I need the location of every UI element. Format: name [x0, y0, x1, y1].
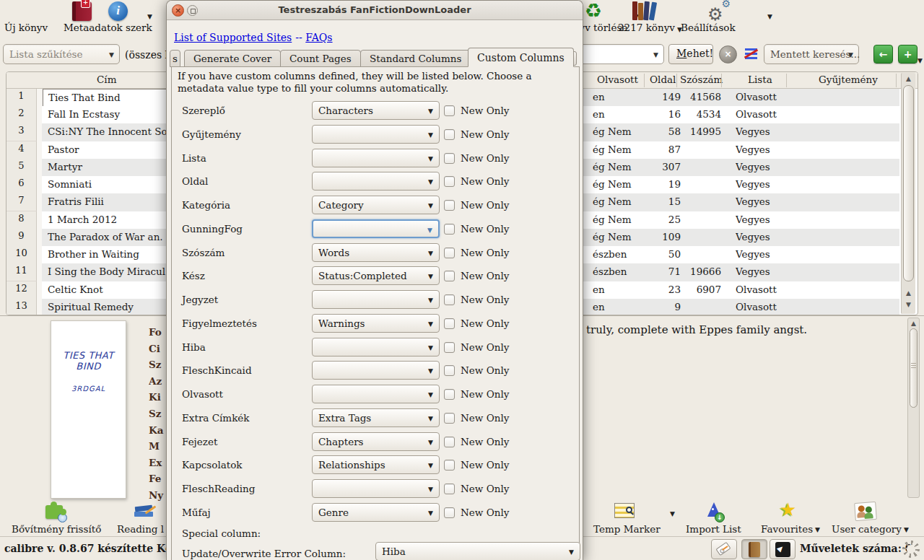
scroll-up-icon[interactable]: ▲ — [908, 320, 919, 327]
jobs-label[interactable]: Műveletek száma: 0 — [800, 543, 912, 554]
new-only-checkbox[interactable] — [444, 507, 455, 518]
field-select[interactable]: Status:Completed ▼ — [312, 266, 440, 285]
field-select[interactable]: Words ▼ — [312, 243, 440, 262]
jobs-spinner-icon[interactable] — [902, 541, 920, 558]
new-only-checkbox[interactable] — [444, 413, 455, 424]
table-scrollbar[interactable]: ▲ ▲ ▼ — [901, 73, 915, 314]
settings-button[interactable]: ⚙⚙ Beállítások ▼ — [675, 0, 762, 36]
cell-list: Olvasott — [736, 301, 822, 312]
supported-sites-link[interactable]: List of Supported Sites — [174, 32, 292, 43]
new-only-label: New Only — [461, 247, 509, 258]
field-select[interactable]: Relationships ▼ — [312, 455, 440, 474]
description-scrollbar[interactable]: ▲ — [907, 318, 920, 498]
field-select[interactable]: ▼ — [312, 125, 440, 144]
header-words[interactable]: Szószám — [680, 74, 723, 85]
scroll-up-icon[interactable]: ▲ — [902, 289, 915, 297]
new-only-checkbox[interactable] — [444, 365, 455, 376]
chevron-down-icon: ▼ — [653, 51, 658, 58]
book-cover[interactable]: TIES THAT BIND 3RDGAL — [51, 320, 126, 499]
highlight-toggle-icon[interactable] — [745, 48, 757, 59]
field-select[interactable]: ▼ — [312, 149, 440, 167]
faqs-link[interactable]: FAQs — [305, 32, 332, 43]
row-gap — [37, 246, 42, 264]
temp-marker-button[interactable]: Temp Marker ▼ — [590, 501, 677, 535]
user-category-dropdown-icon[interactable]: ▼ — [904, 527, 909, 533]
favourites-dropdown-icon[interactable]: ▼ — [815, 527, 820, 533]
field-select[interactable]: Chapters ▼ — [312, 432, 440, 451]
save-search-dropdown-icon[interactable]: ▼ — [918, 58, 923, 64]
favourites-button[interactable]: ★ Favourites ▼ — [758, 501, 821, 535]
temp-marker-dropdown-icon[interactable]: ▼ — [670, 511, 675, 517]
dialog-tab[interactable]: Standard Columns — [360, 50, 471, 67]
field-select[interactable]: Warnings ▼ — [312, 314, 440, 333]
header-read[interactable]: Olvasott — [597, 74, 638, 85]
new-only-checkbox[interactable] — [444, 437, 455, 447]
new-only-checkbox[interactable] — [444, 105, 455, 116]
field-select-value: Category — [318, 199, 364, 211]
header-collection[interactable]: Gyűjtemény — [819, 74, 878, 85]
cell-pages: 109 — [645, 231, 681, 242]
field-select[interactable]: ▼ — [312, 172, 440, 191]
scrollbar-thumb[interactable] — [903, 85, 914, 281]
header-title[interactable]: Cím — [97, 74, 116, 85]
new-only-checkbox[interactable] — [444, 200, 455, 211]
field-select[interactable]: Category ▼ — [312, 196, 440, 214]
dialog-tab[interactable]: Custom Columns — [468, 48, 574, 67]
field-select[interactable]: ▼ — [312, 219, 440, 238]
new-only-checkbox[interactable] — [444, 271, 455, 281]
new-only-checkbox[interactable] — [444, 248, 455, 258]
new-only-checkbox[interactable] — [444, 224, 455, 235]
custom-column-row: Jegyzet ▼ New Only — [172, 290, 579, 310]
cell-list: Vegyes — [736, 248, 822, 260]
new-only-checkbox[interactable] — [444, 342, 455, 353]
go-button[interactable]: Mehet! — [668, 44, 713, 64]
field-select[interactable]: Extra Tags ▼ — [312, 408, 440, 427]
error-column-label: Update/Overwrite Error Column: — [182, 548, 346, 559]
clear-search-button[interactable]: × — [719, 45, 737, 64]
new-only-checkbox[interactable] — [444, 176, 455, 187]
field-select[interactable]: Genre ▼ — [312, 503, 440, 522]
import-list-button[interactable]: ↓ Import List — [684, 501, 746, 535]
dialog-tabbar: s ◀ ▶ Generate CoverCount PagesStandard … — [170, 48, 581, 67]
cover-browser-button[interactable] — [741, 539, 767, 559]
tag-view-button[interactable] — [711, 539, 737, 559]
chevron-down-icon: ▼ — [848, 51, 853, 58]
narrow-list-combo[interactable]: Lista szűkítése ▼ — [3, 44, 120, 64]
error-column-select[interactable]: Hiba ▼ — [375, 542, 580, 560]
arrow-box-icon — [775, 542, 790, 557]
save-search-button[interactable]: + — [898, 45, 918, 64]
all-books-label: (összes k — [125, 49, 171, 61]
dialog-titlebar[interactable]: × Testreszabás FanFictionDownLoader — [167, 1, 583, 20]
field-select[interactable]: ▼ — [312, 361, 440, 380]
dialog-tab[interactable]: Count Pages — [280, 50, 361, 67]
scroll-up-icon[interactable]: ▲ — [902, 75, 915, 82]
tab-fragment[interactable]: s — [170, 50, 180, 67]
user-category-button[interactable]: User category ▼ — [830, 501, 911, 535]
field-select-value: Genre — [318, 507, 349, 518]
new-only-checkbox[interactable] — [444, 460, 455, 471]
field-select[interactable]: ▼ — [312, 385, 440, 403]
new-only-checkbox[interactable] — [444, 129, 455, 140]
scroll-down-icon[interactable]: ▼ — [902, 301, 915, 308]
field-select[interactable]: ▼ — [312, 290, 440, 309]
book-icon — [749, 542, 760, 557]
field-select[interactable]: ▼ — [312, 338, 440, 356]
copy-search-button[interactable]: ← — [873, 45, 893, 64]
new-only-checkbox[interactable] — [444, 484, 455, 494]
close-icon[interactable]: × — [172, 4, 184, 17]
dialog-tab[interactable]: Generate Cover — [184, 50, 281, 67]
field-select[interactable]: Characters ▼ — [312, 101, 440, 120]
plugin-updater-button[interactable]: Bővítmény frissítő — [7, 501, 105, 535]
settings-dropdown-icon[interactable]: ▼ — [767, 14, 772, 20]
restore-icon[interactable] — [187, 5, 198, 16]
minimize-panel-button[interactable] — [770, 539, 796, 559]
new-only-checkbox[interactable] — [444, 318, 455, 329]
header-list[interactable]: Lista — [748, 74, 772, 85]
field-select[interactable]: ▼ — [312, 479, 440, 498]
new-only-checkbox[interactable] — [444, 389, 455, 400]
header-pages[interactable]: Oldal — [650, 74, 676, 85]
saved-search-combo[interactable]: Mentett keresés... ▼ — [764, 44, 859, 64]
new-only-checkbox[interactable] — [444, 294, 455, 305]
new-only-checkbox[interactable] — [444, 153, 455, 164]
cell-title: Fratris Filii — [48, 196, 178, 207]
